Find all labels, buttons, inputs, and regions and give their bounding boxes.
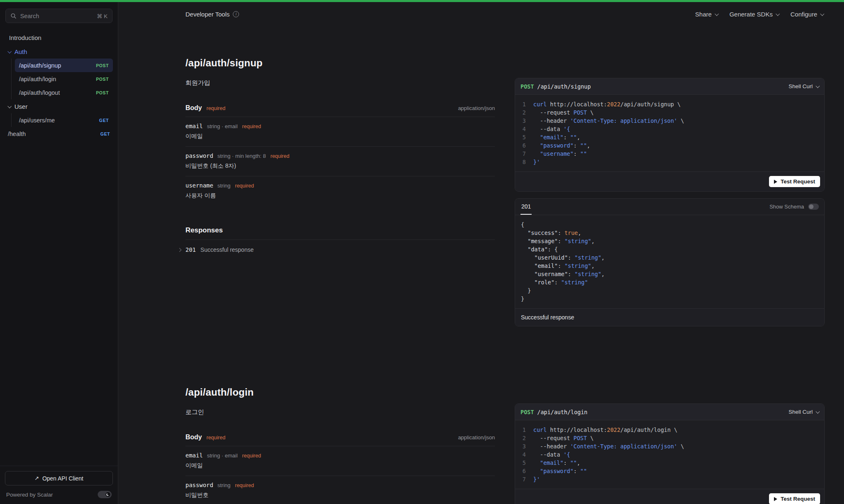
generate-sdks-button[interactable]: Generate SDKs <box>729 11 779 18</box>
open-api-client-button[interactable]: ↗ Open API Client <box>5 471 113 485</box>
property-description: 이메일 <box>185 133 495 140</box>
required-badge: required <box>235 183 254 189</box>
property-description: 비밀번호 <box>185 492 495 499</box>
page-title: Developer Tools i <box>185 11 239 18</box>
response-tab-201[interactable]: 201 <box>520 199 532 215</box>
property-description: 비밀번호 (최소 8자) <box>185 162 495 170</box>
endpoint-path-label: /health <box>8 131 26 137</box>
property-name: email <box>185 452 203 459</box>
theme-toggle[interactable] <box>98 491 112 498</box>
endpoint-description: 회원가입 <box>185 79 495 87</box>
sidebar-group-auth-header[interactable]: Auth <box>5 45 113 59</box>
client-selector[interactable]: Shell Curl <box>788 409 819 415</box>
content-type-label: application/json <box>458 434 495 441</box>
share-button[interactable]: Share <box>695 11 718 18</box>
sidebar-group-user: User /api/users/me GET <box>5 99 113 127</box>
property-name: email <box>185 123 203 129</box>
search-icon <box>10 13 16 19</box>
chevron-down-icon <box>7 104 12 108</box>
content: /api/auth/signup 회원가입 Body required appl… <box>118 26 844 504</box>
endpoint-path: /api/auth/login <box>537 409 588 415</box>
response-example-card: 201 Show Schema { "success": true, "mess… <box>515 198 825 326</box>
test-request-button[interactable]: Test Request <box>769 176 820 187</box>
endpoint-path-label: /api/users/me <box>19 117 55 124</box>
show-schema-label: Show Schema <box>769 204 804 210</box>
app: ⌘ K Introduction Auth /api/auth/signup P… <box>0 2 844 504</box>
moon-icon <box>105 492 111 497</box>
request-code-block: 1curl http://localhost:2022/api/auth/log… <box>515 420 824 489</box>
required-badge: required <box>206 435 225 441</box>
sidebar-item-introduction[interactable]: Introduction <box>5 30 113 45</box>
responses-heading: Responses <box>185 226 495 234</box>
sidebar: ⌘ K Introduction Auth /api/auth/signup P… <box>0 2 118 504</box>
property-name: password <box>185 152 213 159</box>
search-shortcut: ⌘ K <box>97 13 108 19</box>
required-badge: required <box>235 483 254 488</box>
powered-by-label: Powered by Scalar <box>6 492 53 498</box>
property-description: 이메일 <box>185 462 495 469</box>
sidebar-item-auth-signup[interactable]: /api/auth/signup POST <box>15 59 113 72</box>
section-auth-login: /api/auth/login 로그인 Body required applic… <box>118 387 844 504</box>
property-row-password: password string · min length: 8 required… <box>185 147 495 176</box>
endpoint-title: /api/auth/signup <box>185 57 495 69</box>
main-area: Developer Tools i Share Generate SDKs Co… <box>118 2 844 504</box>
sidebar-nav: Introduction Auth /api/auth/signup POST … <box>0 26 118 466</box>
property-type: string <box>217 183 230 189</box>
toggle-knob <box>809 204 814 209</box>
method-badge-get: GET <box>101 131 110 136</box>
request-code-block: 1curl http://localhost:2022/api/auth/sig… <box>515 95 824 171</box>
chevron-down-icon <box>816 410 820 414</box>
search-box[interactable]: ⌘ K <box>5 9 113 23</box>
sidebar-item-auth-logout[interactable]: /api/auth/logout POST <box>15 86 113 99</box>
required-badge: required <box>242 124 261 129</box>
property-description: 사용자 이름 <box>185 192 495 199</box>
client-selector[interactable]: Shell Curl <box>788 83 819 89</box>
property-type: string · email <box>207 123 237 129</box>
topbar: Developer Tools i Share Generate SDKs Co… <box>118 2 844 26</box>
request-card-header: POST /api/auth/signup Shell Curl <box>515 78 824 95</box>
show-schema-toggle[interactable] <box>808 204 819 210</box>
external-link-icon: ↗ <box>35 475 39 481</box>
property-row-password: password string required 비밀번호 <box>185 476 495 504</box>
content-type-label: application/json <box>458 105 495 111</box>
group-label: User <box>14 103 28 110</box>
endpoint-path-label: /api/auth/signup <box>19 62 61 69</box>
property-name: password <box>185 482 213 488</box>
method-badge-post: POST <box>96 90 109 95</box>
request-example-card: POST /api/auth/signup Shell Curl 1curl h… <box>515 78 825 192</box>
chevron-down-icon <box>816 84 820 88</box>
property-row-username: username string required 사용자 이름 <box>185 176 495 206</box>
sidebar-group-auth: Auth /api/auth/signup POST /api/auth/log… <box>5 45 113 99</box>
response-card-footer: Successful response <box>515 308 824 326</box>
property-type: string · min length: 8 <box>217 153 266 159</box>
endpoint-path-label: /api/auth/logout <box>19 89 60 96</box>
body-heading: Body <box>185 104 202 112</box>
response-text: Successful response <box>200 246 253 253</box>
method-badge-post: POST <box>96 63 109 68</box>
configure-button[interactable]: Configure <box>790 11 823 18</box>
test-request-button[interactable]: Test Request <box>769 493 820 504</box>
request-example-card: POST /api/auth/login Shell Curl 1curl ht… <box>515 403 825 504</box>
sidebar-item-health[interactable]: /health GET <box>5 127 113 141</box>
sidebar-item-auth-login[interactable]: /api/auth/login POST <box>15 72 113 86</box>
group-label: Auth <box>14 48 27 55</box>
chevron-down-icon <box>715 12 719 16</box>
required-badge: required <box>270 153 289 159</box>
request-card-header: POST /api/auth/login Shell Curl <box>515 404 824 420</box>
property-name: username <box>185 182 213 189</box>
response-201-row[interactable]: 201 Successful response <box>178 240 495 260</box>
sidebar-group-user-header[interactable]: User <box>5 99 113 113</box>
sidebar-item-users-me[interactable]: /api/users/me GET <box>15 113 113 127</box>
endpoint-title: /api/auth/login <box>185 387 495 398</box>
method-badge-post: POST <box>520 409 534 415</box>
response-code: 201 <box>185 246 196 253</box>
chevron-down-icon <box>7 49 12 53</box>
property-type: string <box>217 482 230 488</box>
search-input[interactable] <box>20 13 93 19</box>
endpoint-description: 로그인 <box>185 408 495 416</box>
endpoint-path-label: /api/auth/login <box>19 76 56 82</box>
method-badge-post: POST <box>96 77 109 82</box>
chevron-down-icon <box>776 12 780 16</box>
required-badge: required <box>242 453 261 459</box>
chevron-down-icon <box>820 12 824 16</box>
